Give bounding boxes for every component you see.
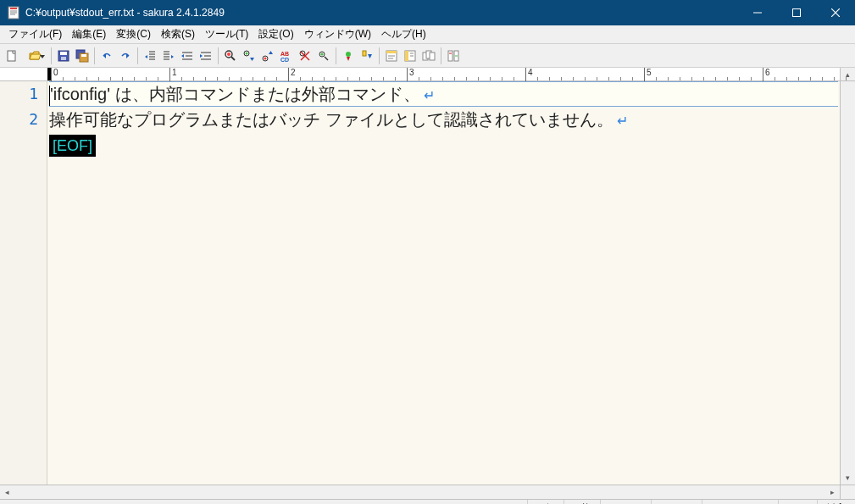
- statusbar: 1 行 1 桁 CRLF 27 SJIS REC 挿入: [0, 499, 855, 504]
- toolbar-separator: [51, 47, 52, 64]
- scroll-left-icon[interactable]: ◂: [0, 485, 14, 499]
- status-line[interactable]: 1 行: [527, 500, 564, 504]
- replace-icon[interactable]: ABCD: [278, 47, 295, 65]
- svg-marker-41: [250, 58, 254, 61]
- menu-settings[interactable]: 設定(O): [253, 25, 298, 43]
- svg-marker-44: [269, 51, 273, 54]
- svg-rect-67: [430, 53, 435, 60]
- text-content[interactable]: 'ifconfig' は、内部コマンドまたは外部コマンド、↵操作可能なプログラム…: [47, 81, 840, 485]
- svg-marker-54: [347, 57, 350, 61]
- status-col[interactable]: 1 桁: [564, 500, 600, 504]
- svg-rect-1: [10, 8, 17, 9]
- outline-icon[interactable]: [383, 47, 400, 65]
- new-file-icon[interactable]: [3, 47, 20, 65]
- status-rec[interactable]: REC: [778, 500, 817, 504]
- toolbar-separator: [218, 47, 219, 64]
- bookmark-toggle-icon[interactable]: [340, 47, 357, 65]
- status-newline[interactable]: CRLF: [600, 500, 651, 504]
- ruler: 0123456 ▴: [0, 68, 855, 81]
- vertical-scrollbar[interactable]: ▾: [840, 81, 855, 485]
- maximize-button[interactable]: [777, 0, 816, 25]
- menu-search[interactable]: 検索(S): [156, 25, 200, 43]
- menu-tools[interactable]: ツール(T): [200, 25, 253, 43]
- crlf-mark: ↵: [617, 114, 628, 128]
- svg-rect-12: [61, 57, 66, 60]
- svg-marker-35: [200, 54, 203, 58]
- menu-convert[interactable]: 変換(C): [111, 25, 156, 43]
- redo-icon[interactable]: [117, 47, 134, 65]
- window-title: C:¥output¥stdout_err.txt - sakura 2.4.1.…: [25, 7, 738, 19]
- toolbar-separator: [336, 47, 336, 64]
- outdent-icon[interactable]: [179, 47, 196, 65]
- indent-icon[interactable]: [197, 47, 214, 65]
- eof-marker: [EOF]: [49, 135, 96, 157]
- menubar: ファイル(F) 編集(E) 変換(C) 検索(S) ツール(T) 設定(O) ウ…: [0, 25, 855, 44]
- editor: 12 'ifconfig' は、内部コマンドまたは外部コマンド、↵操作可能なプロ…: [0, 81, 855, 485]
- toolbar-separator: [94, 47, 95, 64]
- svg-rect-55: [363, 51, 366, 56]
- svg-line-37: [231, 57, 235, 60]
- svg-marker-27: [171, 55, 174, 58]
- status-charcode[interactable]: 27: [651, 500, 702, 504]
- close-button[interactable]: [816, 0, 855, 25]
- line-number: 2: [0, 107, 38, 132]
- text-line[interactable]: 'ifconfig' は、内部コマンドまたは外部コマンド、↵: [49, 81, 838, 107]
- scroll-right-icon[interactable]: ▸: [825, 485, 840, 499]
- menu-edit[interactable]: 編集(E): [67, 25, 111, 43]
- indent-right-icon[interactable]: [160, 47, 177, 65]
- svg-text:AB: AB: [280, 51, 289, 57]
- svg-marker-56: [368, 54, 372, 58]
- compare-icon[interactable]: [445, 47, 462, 65]
- tab-list-icon[interactable]: [420, 47, 437, 65]
- crlf-mark: ↵: [424, 88, 435, 102]
- size-grip[interactable]: [840, 485, 855, 499]
- indent-left-icon[interactable]: [142, 47, 158, 65]
- toolbar-separator: [379, 47, 380, 64]
- svg-rect-68: [448, 51, 452, 61]
- svg-rect-58: [386, 51, 397, 53]
- svg-point-38: [227, 53, 230, 56]
- svg-point-40: [246, 52, 248, 54]
- find-next-icon[interactable]: [241, 47, 258, 65]
- svg-line-52: [325, 57, 328, 60]
- find-mark-icon[interactable]: [297, 47, 314, 65]
- line-number: 1: [0, 81, 38, 107]
- bookmark-next-icon[interactable]: [358, 47, 375, 65]
- scroll-line-up[interactable]: ▴: [840, 68, 855, 80]
- svg-rect-11: [60, 52, 67, 55]
- open-file-icon[interactable]: [22, 47, 47, 65]
- type-list-icon[interactable]: [402, 47, 419, 65]
- svg-rect-62: [405, 51, 408, 61]
- find-icon[interactable]: [222, 47, 239, 65]
- toolbar: ABCD: [0, 44, 855, 68]
- titlebar: C:¥output¥stdout_err.txt - sakura 2.4.1.…: [0, 0, 855, 25]
- horizontal-scrollbar[interactable]: ◂ ▸: [0, 485, 855, 499]
- menu-file[interactable]: ファイル(F): [3, 25, 67, 43]
- svg-point-53: [346, 52, 351, 57]
- svg-text:CD: CD: [280, 57, 289, 63]
- menu-window[interactable]: ウィンドウ(W): [299, 25, 376, 43]
- minimize-button[interactable]: [738, 0, 777, 25]
- text-line[interactable]: 操作可能なプログラムまたはバッチ ファイルとして認識されていません。↵: [49, 107, 838, 132]
- svg-marker-31: [181, 54, 184, 58]
- status-insert[interactable]: 挿入: [817, 500, 855, 504]
- svg-rect-6: [793, 9, 801, 17]
- app-icon: [7, 6, 20, 19]
- scroll-down-icon[interactable]: ▾: [841, 470, 855, 485]
- find-prev-icon[interactable]: [259, 47, 276, 65]
- clear-mark-icon[interactable]: [315, 47, 332, 65]
- save-icon[interactable]: [55, 47, 72, 65]
- ruler-track[interactable]: 0123456: [47, 68, 840, 80]
- save-all-icon[interactable]: [74, 47, 91, 65]
- ruler-gutter: [0, 68, 47, 80]
- svg-rect-15: [81, 54, 86, 57]
- status-encoding[interactable]: SJIS: [702, 500, 778, 504]
- menu-help[interactable]: ヘルプ(H): [376, 25, 431, 43]
- svg-rect-9: [8, 51, 15, 61]
- line-number-gutter: 12: [0, 81, 47, 485]
- toolbar-separator: [441, 47, 441, 64]
- svg-point-51: [321, 53, 324, 55]
- undo-icon[interactable]: [98, 47, 115, 65]
- toolbar-separator: [137, 47, 138, 64]
- svg-marker-22: [145, 55, 147, 58]
